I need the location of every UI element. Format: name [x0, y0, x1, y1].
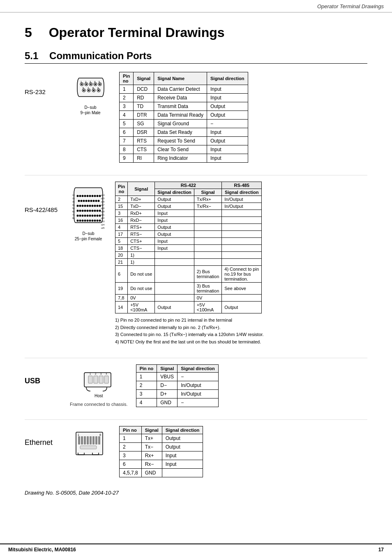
table-row: 2Tx−Output [120, 443, 203, 451]
section-heading: 5.1 Communication Ports [25, 50, 367, 64]
svg-point-82 [89, 210, 91, 212]
svg-point-95 [97, 215, 99, 217]
rs422-table: Pinno Signal RS-422 RS-485 Signal direct… [115, 182, 262, 313]
rs232-col-direction: Signal direction [207, 72, 248, 85]
svg-point-16 [88, 90, 90, 91]
usb-col-pin: Pin no [136, 365, 157, 373]
svg-point-84 [94, 210, 96, 212]
page-container: Operator Terminal Drawings 5 Operator Te… [0, 0, 392, 555]
table-row: 15TxD−OutputTx/Rx−In/Output [115, 203, 262, 210]
usb-label: USB [25, 364, 62, 385]
rs422-th-rs485-sig: Signal [194, 189, 221, 196]
svg-point-50 [85, 200, 88, 202]
eth-col-signal: Signal [141, 426, 162, 434]
chapter-number: 5 [25, 25, 32, 40]
rs232-col-signal: Signal [134, 72, 154, 85]
footnote: 1) Pin no 20 connected to pin no 21 inte… [115, 317, 264, 324]
svg-point-53 [93, 200, 95, 202]
svg-point-14 [99, 83, 101, 85]
rs232-table: Pinno Signal Signal Name Signal directio… [119, 72, 248, 163]
svg-point-76 [99, 205, 101, 207]
rs232-section: RS-232 [25, 72, 367, 163]
table-row: 201) [115, 252, 262, 259]
svg-point-52 [90, 200, 92, 202]
usb-col-signal: Signal [157, 365, 178, 373]
svg-point-89 [82, 215, 84, 217]
drawing-note: Drawing No. S-05005, Date 2004-10-27 [25, 490, 367, 496]
rs422-th-rs485-dir: Signal direction [222, 189, 262, 196]
svg-point-18 [98, 90, 99, 91]
table-row: 8CTSClear To SendInput [120, 145, 248, 154]
rs232-col-pin: Pinno [120, 72, 134, 85]
svg-text:1: 1 [78, 433, 79, 436]
table-row: 4RTS+Output [115, 224, 262, 231]
usb-frame-note: Frame connected to chassis. [70, 402, 128, 407]
svg-point-94 [94, 215, 96, 217]
table-row: 2TxD+OutputTx/Rx+In/Output [115, 196, 262, 203]
rs422-table-wrapper: Pinno Signal RS-422 RS-485 Signal direct… [115, 182, 264, 345]
svg-point-74 [94, 205, 96, 207]
table-row: 4DTRData Terminal ReadyOutput [120, 111, 248, 120]
svg-point-75 [97, 205, 99, 207]
svg-point-11 [85, 83, 87, 85]
chapter-heading: 5 Operator Terminal Drawings [25, 25, 367, 40]
usb-divider [25, 419, 367, 420]
svg-text:6o: 6o [72, 210, 75, 213]
svg-point-81 [87, 210, 89, 212]
svg-point-92 [89, 215, 91, 217]
svg-point-79 [82, 210, 84, 212]
usb-section: USB 1 2 3 4 [25, 364, 367, 407]
svg-point-37 [77, 195, 79, 197]
svg-point-87 [77, 215, 79, 217]
svg-point-103 [92, 220, 94, 222]
svg-point-67 [77, 205, 79, 207]
footnote: 3) Connected to pin no. 15 (Tx/Rx−) inte… [115, 331, 264, 339]
svg-text:10: 10 [72, 194, 75, 196]
eth-col-pin: Pin no [120, 426, 142, 434]
svg-point-44 [94, 195, 96, 197]
svg-point-91 [87, 215, 89, 217]
usb-connector-label: Host [95, 393, 103, 398]
svg-text:o14: o14 [101, 194, 105, 196]
header-title: Operator Terminal Drawings [317, 3, 384, 9]
svg-point-51 [88, 200, 90, 202]
svg-point-48 [81, 200, 83, 202]
svg-rect-111 [104, 376, 108, 383]
rs422-section-wrapper: RS-422/485 10 2o 3o 4o 5o 6o 7o 8 [25, 182, 367, 345]
svg-rect-108 [88, 376, 92, 383]
svg-point-71 [87, 205, 89, 207]
svg-point-80 [84, 210, 86, 212]
svg-point-83 [92, 210, 94, 212]
svg-point-88 [79, 215, 81, 217]
dsub25-svg: 10 2o 3o 4o 5o 6o 7o 8o [72, 186, 105, 231]
table-row: 3D+In/Output [136, 390, 218, 398]
svg-point-86 [99, 210, 101, 212]
footnote: 2) Directly connected internally to pin … [115, 324, 264, 332]
usb-svg: 1 2 3 4 [82, 368, 115, 393]
svg-rect-124 [92, 436, 95, 444]
table-row: 2D−In/Output [136, 381, 218, 390]
svg-point-49 [83, 200, 85, 202]
rs232-col-name: Signal Name [154, 72, 207, 85]
rs422-connector-label: D−sub 25−pin Female [75, 231, 102, 242]
svg-text:o22: o22 [101, 217, 105, 219]
rs232-diagram: 1 2 3 4 5 6 7 8 9 D−sub 9−pin Male [70, 72, 111, 115]
svg-point-85 [97, 210, 99, 212]
svg-point-12 [90, 83, 92, 85]
rs422-th-pin: Pinno [115, 182, 128, 196]
table-row: 7RTSRequest To SendOutput [120, 137, 248, 145]
svg-point-100 [84, 220, 86, 222]
table-row: 7,80V0V [115, 295, 262, 302]
table-row: 6DSRData Set ReadyInput [120, 128, 248, 137]
svg-text:2o: 2o [72, 197, 75, 200]
eth-col-direction: Signal direction [162, 426, 203, 434]
svg-point-70 [84, 205, 86, 207]
table-row: 9RIRing IndicatorInput [120, 154, 248, 163]
svg-point-97 [77, 220, 79, 222]
svg-text:o18: o18 [101, 207, 105, 210]
svg-point-45 [97, 195, 99, 197]
svg-point-106 [99, 220, 101, 222]
svg-point-40 [84, 195, 86, 197]
rs232-connector-label: D−sub 9−pin Male [80, 105, 100, 115]
svg-text:3o: 3o [72, 200, 75, 203]
